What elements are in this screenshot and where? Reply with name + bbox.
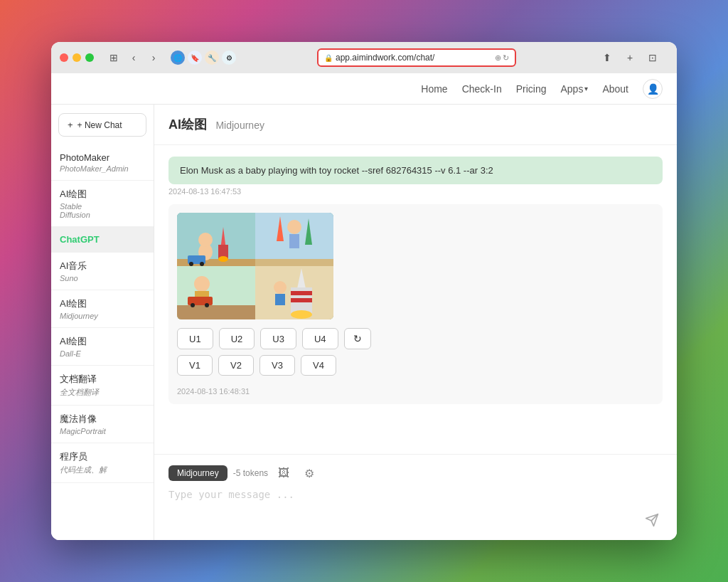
svg-point-30 [274, 281, 287, 294]
user-icon[interactable]: 👤 [643, 79, 663, 99]
sidebar-item-title: ChatGPT [60, 234, 145, 245]
back-button[interactable]: ‹ [125, 49, 142, 66]
svg-point-23 [205, 303, 209, 307]
plus-icon: + [68, 120, 73, 130]
u3-button[interactable]: U3 [260, 328, 296, 349]
sidebar-toggle[interactable]: ⊡ [643, 48, 663, 68]
sidebar-item-photomaker[interactable]: PhotoMaker PhotoMaker_Admin [51, 145, 154, 181]
chat-area: AI绘图 Midjourney Elon Musk as a baby play… [154, 105, 677, 540]
image-buttons-row1: U1 U2 U3 U4 ↻ [177, 328, 654, 349]
svg-point-7 [218, 256, 228, 262]
sidebar-item-sub: PhotoMaker_Admin [60, 164, 145, 173]
sidebar-item-sub: MagicPortrait [60, 427, 145, 435]
image-attach-button[interactable]: 🖼 [274, 463, 294, 483]
browser-window: ⊞ ‹ › 🌐 🔖 🔧 ⚙ 🔒 app.aimindwork.com/chat/ [51, 42, 677, 540]
u2-button[interactable]: U2 [219, 328, 255, 349]
settings-button[interactable]: ⚙ [299, 463, 319, 483]
sidebar-item-sub: StableDiffusion [60, 202, 145, 219]
send-button[interactable] [641, 509, 663, 531]
title-bar: ⊞ ‹ › 🌐 🔖 🔧 ⚙ 🔒 app.aimindwork.com/chat/ [51, 42, 677, 73]
chevron-down-icon: ▾ [584, 85, 588, 92]
svg-point-4 [198, 233, 213, 247]
sidebar-item-title: AI音乐 [60, 260, 145, 273]
chat-input-area: Midjourney -5 tokens 🖼 ⚙ [154, 454, 677, 540]
v4-button[interactable]: V4 [301, 355, 336, 376]
sidebar-item-chatgpt[interactable]: ChatGPT [51, 227, 154, 253]
nav-pricing[interactable]: Pricing [516, 83, 547, 95]
reload-icon[interactable]: ↻ [503, 53, 509, 63]
svg-point-13 [287, 220, 301, 234]
nav-about[interactable]: About [602, 83, 628, 95]
minimize-button[interactable] [73, 53, 81, 62]
u4-button[interactable]: U4 [302, 328, 338, 349]
svg-point-19 [194, 276, 210, 292]
sidebar-item-doc-translate[interactable]: 文档翻译 全文档翻译 [51, 366, 154, 406]
browser-icon-3: 🔧 [205, 51, 219, 65]
svg-point-10 [200, 262, 204, 266]
message-image-result: U1 U2 U3 U4 ↻ V1 V2 V3 V4 2 [168, 204, 663, 404]
right-toolbar: ⬆ + ⊡ [597, 48, 668, 68]
sidebar-item-title: PhotoMaker [60, 152, 145, 163]
svg-rect-18 [177, 305, 255, 319]
sidebar-item-sub: Suno [60, 274, 145, 282]
sidebar-item-title: AI绘图 [60, 188, 145, 201]
u1-button[interactable]: U1 [177, 328, 213, 349]
lock-icon: 🔒 [324, 54, 333, 62]
svg-rect-29 [291, 298, 312, 302]
nav-checkin[interactable]: Check-In [462, 83, 502, 95]
mode-tag[interactable]: Midjourney [168, 465, 228, 481]
svg-point-22 [191, 303, 195, 307]
sidebar-item-ai-drawing-2[interactable]: AI绘图 Midjourney [51, 290, 154, 328]
browser-icon-1: 🌐 [171, 51, 185, 65]
svg-rect-31 [275, 294, 285, 305]
traffic-lights [60, 53, 94, 62]
close-button[interactable] [60, 53, 68, 62]
new-chat-button[interactable]: + + New Chat [58, 113, 146, 137]
browser-icons: 🌐 🔖 🔧 ⚙ [171, 51, 236, 65]
sidebar-item-ai-drawing-3[interactable]: AI绘图 Dall-E [51, 328, 154, 366]
nav-bar: Home Check-In Pricing Apps ▾ About 👤 [51, 73, 677, 105]
sidebar-item-ai-music[interactable]: AI音乐 Suno [51, 253, 154, 290]
sidebar: + + New Chat PhotoMaker PhotoMaker_Admin… [51, 105, 154, 540]
address-actions: ⊕ ↻ [495, 53, 509, 63]
svg-point-9 [189, 262, 193, 266]
sidebar-item-title: AI绘图 [60, 335, 145, 348]
address-bar[interactable]: 🔒 app.aimindwork.com/chat/ ⊕ ↻ [317, 48, 516, 67]
url-text: app.aimindwork.com/chat/ [336, 53, 434, 63]
refresh-button[interactable]: ↻ [344, 328, 371, 349]
v2-button[interactable]: V2 [218, 355, 254, 376]
generated-image [177, 213, 333, 319]
maximize-button[interactable] [85, 53, 94, 62]
sidebar-item-title: 魔法肖像 [60, 413, 145, 425]
new-tab-button[interactable]: + [620, 48, 640, 68]
svg-rect-14 [289, 234, 299, 248]
sidebar-item-title: AI绘图 [60, 297, 145, 310]
v3-button[interactable]: V3 [259, 355, 295, 376]
sidebar-item-sub: Dall-E [60, 349, 145, 358]
message-input[interactable] [168, 489, 641, 531]
tab-layout-button[interactable]: ⊞ [105, 49, 122, 66]
chat-messages: Elon Musk as a baby playing with toy roc… [154, 145, 677, 454]
share-icon: ⊕ [495, 53, 501, 63]
nav-apps[interactable]: Apps ▾ [560, 83, 588, 95]
prompt-timestamp: 2024-08-13 16:47:53 [168, 187, 663, 196]
image-buttons-row2: V1 V2 V3 V4 [177, 355, 654, 376]
image-timestamp: 2024-08-13 16:48:31 [177, 387, 654, 396]
forward-button[interactable]: › [145, 49, 162, 66]
address-bar-container: 🔒 app.aimindwork.com/chat/ ⊕ ↻ [242, 48, 592, 67]
sidebar-item-sub: 代码生成、解 [60, 465, 145, 475]
browser-icon-2: 🔖 [188, 51, 202, 65]
nav-controls: ⊞ ‹ › [105, 49, 162, 66]
sidebar-item-magic-portrait[interactable]: 魔法肖像 MagicPortrait [51, 406, 154, 443]
nav-home[interactable]: Home [421, 83, 447, 95]
sidebar-item-ai-drawing-1[interactable]: AI绘图 StableDiffusion [51, 181, 154, 227]
sidebar-item-title: 程序员 [60, 450, 145, 463]
token-info: -5 tokens [233, 468, 268, 478]
v1-button[interactable]: V1 [177, 355, 213, 376]
main-content: + + New Chat PhotoMaker PhotoMaker_Admin… [51, 105, 677, 540]
share-button[interactable]: ⬆ [597, 48, 617, 68]
sidebar-item-title: 文档翻译 [60, 373, 145, 386]
sidebar-item-programmer[interactable]: 程序员 代码生成、解 [51, 443, 154, 483]
chat-input-toolbar: Midjourney -5 tokens 🖼 ⚙ [168, 463, 663, 483]
svg-rect-28 [291, 291, 312, 295]
